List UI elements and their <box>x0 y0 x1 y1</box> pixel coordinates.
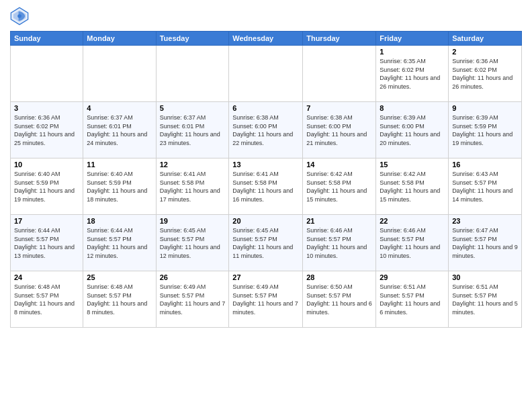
day-number: 3 <box>14 104 79 112</box>
day-number: 20 <box>232 217 299 225</box>
day-cell <box>83 46 156 102</box>
day-cell: 20Sunrise: 6:45 AM Sunset: 5:57 PM Dayli… <box>229 215 303 271</box>
day-info: Sunrise: 6:39 AM Sunset: 6:00 PM Dayligh… <box>380 113 445 147</box>
day-number: 6 <box>232 104 299 112</box>
col-header-wednesday: Wednesday <box>229 32 303 46</box>
day-info: Sunrise: 6:48 AM Sunset: 5:57 PM Dayligh… <box>14 283 79 316</box>
day-cell: 14Sunrise: 6:42 AM Sunset: 5:58 PM Dayli… <box>303 158 376 215</box>
day-cell: 26Sunrise: 6:49 AM Sunset: 5:57 PM Dayli… <box>156 271 229 328</box>
day-cell <box>156 46 229 102</box>
logo-icon <box>10 7 29 26</box>
day-cell: 19Sunrise: 6:45 AM Sunset: 5:57 PM Dayli… <box>156 215 229 271</box>
day-number: 10 <box>14 161 79 169</box>
day-cell: 22Sunrise: 6:46 AM Sunset: 5:57 PM Dayli… <box>376 215 449 271</box>
day-number: 27 <box>232 273 299 281</box>
day-number: 24 <box>14 273 79 281</box>
week-row-2: 10Sunrise: 6:40 AM Sunset: 5:59 PM Dayli… <box>11 158 522 215</box>
col-header-sunday: Sunday <box>11 32 83 46</box>
day-number: 21 <box>306 217 372 225</box>
day-info: Sunrise: 6:41 AM Sunset: 5:58 PM Dayligh… <box>232 170 299 203</box>
day-info: Sunrise: 6:35 AM Sunset: 6:02 PM Dayligh… <box>380 57 445 91</box>
day-number: 13 <box>232 161 299 169</box>
day-number: 22 <box>380 217 445 225</box>
day-info: Sunrise: 6:47 AM Sunset: 5:57 PM Dayligh… <box>452 226 518 260</box>
day-info: Sunrise: 6:49 AM Sunset: 5:57 PM Dayligh… <box>232 283 299 316</box>
day-cell: 16Sunrise: 6:43 AM Sunset: 5:57 PM Dayli… <box>449 158 522 215</box>
day-info: Sunrise: 6:45 AM Sunset: 5:57 PM Dayligh… <box>160 226 226 260</box>
header-row: SundayMondayTuesdayWednesdayThursdayFrid… <box>11 32 522 46</box>
day-number: 9 <box>452 104 518 112</box>
day-cell: 5Sunrise: 6:37 AM Sunset: 6:01 PM Daylig… <box>156 102 229 158</box>
day-cell: 2Sunrise: 6:36 AM Sunset: 6:02 PM Daylig… <box>449 46 522 102</box>
day-info: Sunrise: 6:39 AM Sunset: 5:59 PM Dayligh… <box>452 113 518 147</box>
day-cell: 18Sunrise: 6:44 AM Sunset: 5:57 PM Dayli… <box>83 215 156 271</box>
day-cell: 10Sunrise: 6:40 AM Sunset: 5:59 PM Dayli… <box>11 158 83 215</box>
day-cell: 8Sunrise: 6:39 AM Sunset: 6:00 PM Daylig… <box>376 102 449 158</box>
day-cell <box>229 46 303 102</box>
col-header-saturday: Saturday <box>449 32 522 46</box>
day-info: Sunrise: 6:38 AM Sunset: 6:00 PM Dayligh… <box>232 113 299 147</box>
day-info: Sunrise: 6:42 AM Sunset: 5:58 PM Dayligh… <box>306 170 372 203</box>
day-number: 23 <box>452 217 518 225</box>
day-cell: 29Sunrise: 6:51 AM Sunset: 5:57 PM Dayli… <box>376 271 449 328</box>
day-info: Sunrise: 6:41 AM Sunset: 5:58 PM Dayligh… <box>160 170 226 203</box>
day-cell: 7Sunrise: 6:38 AM Sunset: 6:00 PM Daylig… <box>303 102 376 158</box>
week-row-3: 17Sunrise: 6:44 AM Sunset: 5:57 PM Dayli… <box>11 215 522 271</box>
day-info: Sunrise: 6:51 AM Sunset: 5:57 PM Dayligh… <box>452 283 518 316</box>
day-info: Sunrise: 6:45 AM Sunset: 5:57 PM Dayligh… <box>232 226 299 260</box>
day-cell: 6Sunrise: 6:38 AM Sunset: 6:00 PM Daylig… <box>229 102 303 158</box>
col-header-monday: Monday <box>83 32 156 46</box>
day-number: 11 <box>87 161 152 169</box>
week-row-1: 3Sunrise: 6:36 AM Sunset: 6:02 PM Daylig… <box>11 102 522 158</box>
day-number: 14 <box>306 161 372 169</box>
col-header-friday: Friday <box>376 32 449 46</box>
day-info: Sunrise: 6:44 AM Sunset: 5:57 PM Dayligh… <box>14 226 79 260</box>
day-number: 12 <box>160 161 226 169</box>
calendar: SundayMondayTuesdayWednesdayThursdayFrid… <box>10 31 522 328</box>
day-info: Sunrise: 6:37 AM Sunset: 6:01 PM Dayligh… <box>160 113 226 147</box>
day-number: 2 <box>452 48 518 56</box>
logo <box>10 7 32 26</box>
day-cell <box>11 46 83 102</box>
day-cell: 27Sunrise: 6:49 AM Sunset: 5:57 PM Dayli… <box>229 271 303 328</box>
day-number: 25 <box>87 273 152 281</box>
svg-point-3 <box>17 14 21 18</box>
day-cell: 11Sunrise: 6:40 AM Sunset: 5:59 PM Dayli… <box>83 158 156 215</box>
day-cell: 28Sunrise: 6:50 AM Sunset: 5:57 PM Dayli… <box>303 271 376 328</box>
day-number: 1 <box>380 48 445 56</box>
day-cell: 9Sunrise: 6:39 AM Sunset: 5:59 PM Daylig… <box>449 102 522 158</box>
day-number: 17 <box>14 217 79 225</box>
week-row-0: 1Sunrise: 6:35 AM Sunset: 6:02 PM Daylig… <box>11 46 522 102</box>
day-cell: 1Sunrise: 6:35 AM Sunset: 6:02 PM Daylig… <box>376 46 449 102</box>
day-number: 29 <box>380 273 445 281</box>
day-cell: 17Sunrise: 6:44 AM Sunset: 5:57 PM Dayli… <box>11 215 83 271</box>
day-info: Sunrise: 6:40 AM Sunset: 5:59 PM Dayligh… <box>14 170 79 203</box>
day-number: 8 <box>380 104 445 112</box>
day-info: Sunrise: 6:50 AM Sunset: 5:57 PM Dayligh… <box>306 283 372 316</box>
day-number: 5 <box>160 104 226 112</box>
col-header-tuesday: Tuesday <box>156 32 229 46</box>
day-cell: 12Sunrise: 6:41 AM Sunset: 5:58 PM Dayli… <box>156 158 229 215</box>
day-number: 7 <box>306 104 372 112</box>
day-info: Sunrise: 6:44 AM Sunset: 5:57 PM Dayligh… <box>87 226 152 260</box>
col-header-thursday: Thursday <box>303 32 376 46</box>
day-number: 18 <box>87 217 152 225</box>
day-cell: 24Sunrise: 6:48 AM Sunset: 5:57 PM Dayli… <box>11 271 83 328</box>
day-info: Sunrise: 6:43 AM Sunset: 5:57 PM Dayligh… <box>452 170 518 203</box>
day-cell: 25Sunrise: 6:48 AM Sunset: 5:57 PM Dayli… <box>83 271 156 328</box>
day-cell: 21Sunrise: 6:46 AM Sunset: 5:57 PM Dayli… <box>303 215 376 271</box>
week-row-4: 24Sunrise: 6:48 AM Sunset: 5:57 PM Dayli… <box>11 271 522 328</box>
day-info: Sunrise: 6:40 AM Sunset: 5:59 PM Dayligh… <box>87 170 152 203</box>
day-info: Sunrise: 6:36 AM Sunset: 6:02 PM Dayligh… <box>452 57 518 91</box>
page: SundayMondayTuesdayWednesdayThursdayFrid… <box>0 0 532 411</box>
day-info: Sunrise: 6:49 AM Sunset: 5:57 PM Dayligh… <box>160 283 226 316</box>
day-cell: 3Sunrise: 6:36 AM Sunset: 6:02 PM Daylig… <box>11 102 83 158</box>
day-cell: 4Sunrise: 6:37 AM Sunset: 6:01 PM Daylig… <box>83 102 156 158</box>
day-info: Sunrise: 6:42 AM Sunset: 5:58 PM Dayligh… <box>380 170 445 203</box>
day-info: Sunrise: 6:48 AM Sunset: 5:57 PM Dayligh… <box>87 283 152 316</box>
day-number: 15 <box>380 161 445 169</box>
day-info: Sunrise: 6:51 AM Sunset: 5:57 PM Dayligh… <box>380 283 445 316</box>
day-number: 16 <box>452 161 518 169</box>
day-cell: 13Sunrise: 6:41 AM Sunset: 5:58 PM Dayli… <box>229 158 303 215</box>
day-number: 4 <box>87 104 152 112</box>
